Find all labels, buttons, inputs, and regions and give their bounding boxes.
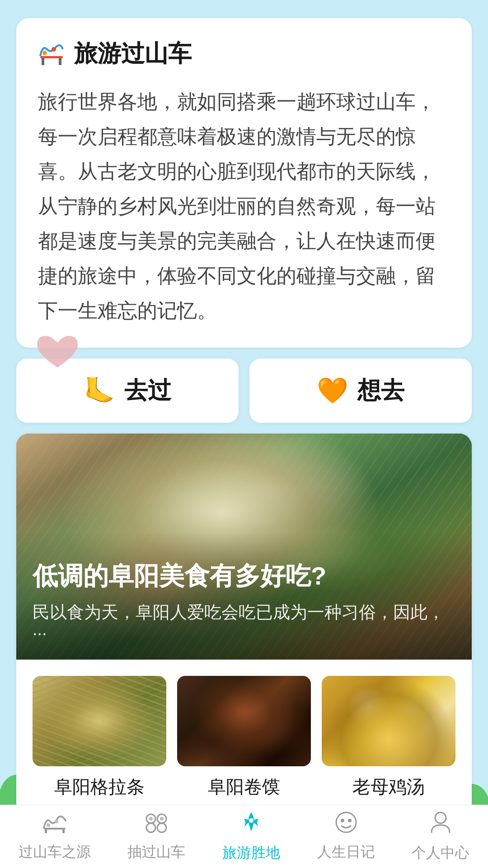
food-item-2[interactable]: 阜阳卷馍 [177, 676, 311, 799]
nav-icon-profile [430, 811, 451, 840]
nav-item-travel[interactable]: 旅游胜地 [213, 806, 289, 868]
want-to-go-label: 想去 [357, 375, 404, 406]
food-item-1[interactable]: 阜阳格拉条 [33, 676, 166, 799]
svg-rect-0 [40, 56, 63, 58]
nav-label-travel: 旅游胜地 [222, 843, 280, 863]
nav-label-rollercoaster-source: 过山车之源 [19, 842, 91, 862]
nav-item-rollercoaster-source[interactable]: 过山车之源 [9, 807, 100, 867]
food-label-2: 阜阳卷馍 [208, 774, 280, 799]
svg-point-9 [55, 820, 58, 823]
nav-icon-draw [145, 811, 168, 839]
heart-icon: 🧡 [317, 376, 348, 406]
want-to-go-button[interactable]: 🧡 想去 [249, 359, 472, 423]
page-container: 旅游过山车 旅行世界各地，就如同搭乘一趟环球过山车，每一次启程都意味着极速的激情… [0, 0, 488, 868]
food-label-3: 老母鸡汤 [352, 774, 425, 799]
svg-rect-4 [59, 58, 61, 65]
svg-point-19 [348, 819, 352, 822]
bottom-nav: 过山车之源 抽过山车 旅游胜地 [0, 805, 488, 868]
food-hero-overlay: 低调的阜阳美食有多好吃? 民以食为天，阜阳人爱吃会吃已成为一种习俗，因此，··· [16, 532, 472, 660]
nav-item-draw[interactable]: 抽过山车 [118, 807, 194, 867]
footprints-icon: 🦶 [84, 376, 115, 406]
article-card: 旅游过山车 旅行世界各地，就如同搭乘一趟环球过山车，每一次启程都意味着极速的激情… [16, 18, 472, 348]
nav-item-diary[interactable]: 人生日记 [308, 807, 384, 867]
svg-point-13 [157, 823, 166, 832]
svg-rect-6 [45, 830, 47, 833]
svg-point-8 [47, 823, 50, 827]
action-buttons: 🦶 去过 🧡 想去 [16, 359, 472, 423]
svg-point-15 [160, 817, 164, 821]
been-there-label: 去过 [124, 375, 171, 406]
food-label-1: 阜阳格拉条 [54, 774, 145, 799]
nav-label-draw: 抽过山车 [127, 842, 185, 862]
nav-item-profile[interactable]: 个人中心 [403, 806, 479, 868]
heart-decoration [33, 331, 82, 377]
article-header: 旅游过山车 [38, 38, 450, 70]
svg-point-1 [42, 51, 47, 55]
svg-rect-3 [42, 58, 44, 65]
food-thumb-2 [177, 676, 311, 766]
article-body: 旅行世界各地，就如同搭乘一趟环球过山车，每一次启程都意味着极速的激情与无尽的惊喜… [38, 84, 450, 328]
rollercoaster-icon [38, 40, 65, 67]
food-hero-title: 低调的阜阳美食有多好吃? [33, 559, 455, 594]
nav-icon-diary [335, 811, 357, 839]
nav-label-profile: 个人中心 [412, 843, 469, 863]
svg-rect-7 [62, 830, 65, 833]
svg-point-14 [149, 817, 153, 821]
svg-point-16 [249, 818, 253, 823]
svg-point-2 [52, 47, 56, 52]
nav-icon-travel [239, 811, 263, 840]
article-title: 旅游过山车 [74, 38, 192, 70]
nav-label-diary: 人生日记 [317, 842, 375, 862]
food-section-wrapper: 低调的阜阳美食有多好吃? 民以食为天，阜阳人爱吃会吃已成为一种习俗，因此，···… [16, 434, 472, 816]
food-hero[interactable]: 低调的阜阳美食有多好吃? 民以食为天，阜阳人爱吃会吃已成为一种习俗，因此，··· [16, 434, 472, 660]
food-thumb-3 [322, 676, 455, 766]
svg-point-20 [435, 812, 446, 823]
nav-icon-rollercoaster-source [43, 811, 66, 839]
food-hero-subtitle: 民以食为天，阜阳人爱吃会吃已成为一种习俗，因此，··· [33, 601, 455, 643]
food-thumb-1 [33, 676, 166, 766]
svg-rect-5 [44, 828, 66, 830]
action-area: 🦶 去过 🧡 想去 [16, 359, 472, 423]
svg-point-17 [336, 812, 356, 832]
food-section: 低调的阜阳美食有多好吃? 民以食为天，阜阳人爱吃会吃已成为一种习俗，因此，···… [16, 434, 472, 816]
food-grid: 阜阳格拉条 阜阳卷馍 老母鸡汤 [16, 660, 472, 816]
svg-point-12 [146, 823, 155, 832]
food-item-3[interactable]: 老母鸡汤 [322, 676, 455, 799]
svg-point-18 [341, 819, 344, 822]
